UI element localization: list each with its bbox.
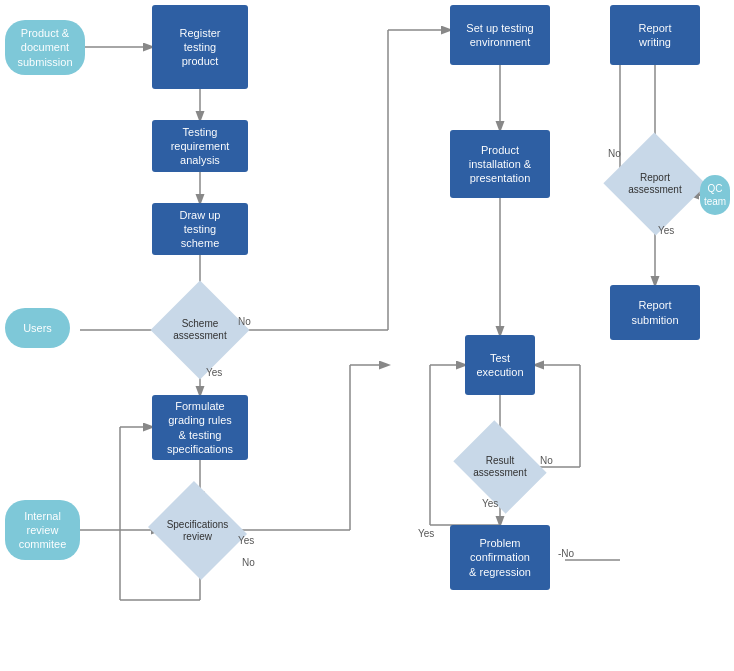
register-box: Registertestingproduct bbox=[152, 5, 248, 89]
qc-team-box: QC team bbox=[700, 175, 730, 215]
result-assess-label: Resultassessment bbox=[473, 455, 526, 479]
problem-confirm-label: Problemconfirmation& regression bbox=[469, 536, 531, 579]
report-no-label: No bbox=[608, 148, 621, 159]
problem-yes-label: Yes bbox=[418, 528, 434, 539]
spec-no-label: No bbox=[242, 557, 255, 568]
register-label: Registertestingproduct bbox=[180, 26, 221, 69]
product-install-box: Productinstallation &presentation bbox=[450, 130, 550, 198]
result-yes-label: Yes bbox=[482, 498, 498, 509]
formulate-label: Formulategrading rules& testingspecifica… bbox=[167, 399, 233, 456]
qc-team-label: QC team bbox=[704, 182, 726, 208]
problem-confirm-box: Problemconfirmation& regression bbox=[450, 525, 550, 590]
set-up-box: Set up testingenvironment bbox=[450, 5, 550, 65]
users-label: Users bbox=[23, 321, 52, 335]
testing-req-label: Testingrequirementanalysis bbox=[171, 125, 230, 168]
formulate-box: Formulategrading rules& testingspecifica… bbox=[152, 395, 248, 460]
internal-review-label: Internalreviewcommitee bbox=[19, 509, 67, 552]
report-submit-box: Reportsubmition bbox=[610, 285, 700, 340]
spec-yes-label: Yes bbox=[238, 535, 254, 546]
product-doc-label: Product &documentsubmission bbox=[17, 26, 72, 69]
report-submit-label: Reportsubmition bbox=[631, 298, 678, 327]
draw-up-box: Draw uptestingscheme bbox=[152, 203, 248, 255]
result-assess-diamond: Resultassessment bbox=[463, 438, 537, 496]
users-box: Users bbox=[5, 308, 70, 348]
product-doc-box: Product &documentsubmission bbox=[5, 20, 85, 75]
scheme-yes-label: Yes bbox=[206, 367, 222, 378]
set-up-label: Set up testingenvironment bbox=[466, 21, 533, 50]
internal-review-box: Internalreviewcommitee bbox=[5, 500, 80, 560]
scheme-no-label: No bbox=[238, 316, 251, 327]
test-exec-box: Testexecution bbox=[465, 335, 535, 395]
result-no-label: No bbox=[540, 455, 553, 466]
scheme-assess-diamond: Schemeassessment bbox=[165, 295, 235, 365]
spec-review-label: Specificationsreview bbox=[167, 519, 229, 543]
report-assess-diamond: Reportassessment bbox=[618, 148, 692, 220]
draw-up-label: Draw uptestingscheme bbox=[180, 208, 221, 251]
report-writing-label: Reportwriting bbox=[638, 21, 671, 50]
test-exec-label: Testexecution bbox=[476, 351, 523, 380]
problem-no-label: -No bbox=[558, 548, 574, 559]
testing-req-box: Testingrequirementanalysis bbox=[152, 120, 248, 172]
report-yes-label: Yes bbox=[658, 225, 674, 236]
report-writing-box: Reportwriting bbox=[610, 5, 700, 65]
product-install-label: Productinstallation &presentation bbox=[469, 143, 531, 186]
flowchart: Product &documentsubmission Registertest… bbox=[0, 0, 734, 671]
scheme-assess-label: Schemeassessment bbox=[173, 318, 226, 342]
spec-review-diamond: Specificationsreview bbox=[160, 498, 235, 563]
report-assess-label: Reportassessment bbox=[628, 172, 681, 196]
